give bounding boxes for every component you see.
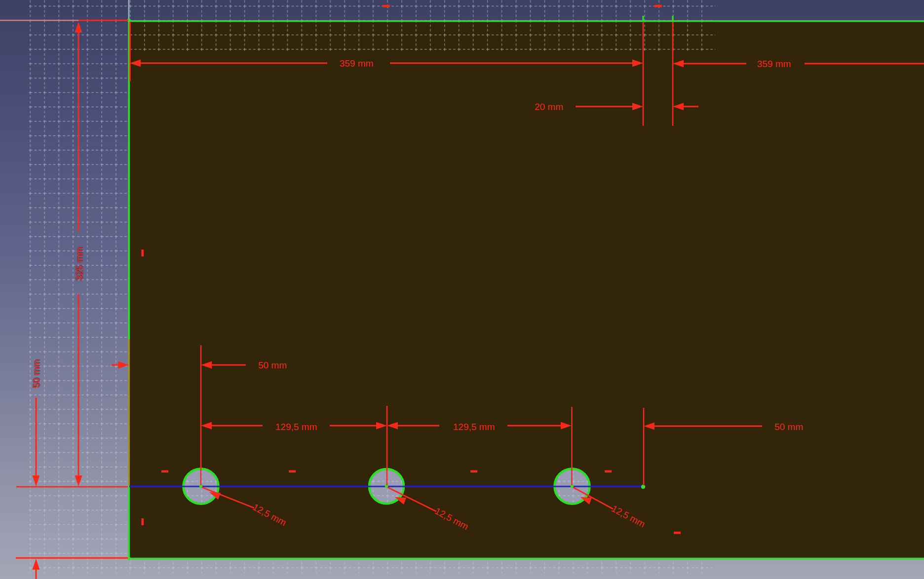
constraint-tick-icon	[289, 470, 296, 473]
dim-label-top-width-right[interactable]: 359 mm	[744, 59, 804, 70]
constraint-tick-icon	[654, 5, 662, 7]
part-face[interactable]	[129, 20, 924, 558]
dim-label-plate-height[interactable]: 325 mm	[74, 232, 85, 296]
dim-label-hole1-from-left-edge[interactable]: 50 mm	[248, 360, 297, 371]
constraint-tick-icon	[142, 518, 144, 525]
constraint-tick-icon	[605, 470, 612, 473]
dim-label-holes-bottom-offset[interactable]: 50 mm	[31, 347, 42, 401]
dim-label-hole-spacing-2[interactable]: 129,5 mm	[439, 422, 508, 433]
sketch-scene	[0, 0, 924, 579]
constraint-tick-icon	[383, 5, 390, 7]
constraint-tick-icon	[142, 250, 144, 256]
constraint-tick-icon	[674, 532, 681, 534]
dim-label-top-width-left[interactable]: 359 mm	[327, 58, 386, 69]
constraint-tick-icon	[470, 470, 477, 473]
dim-label-slot-gap[interactable]: 20 mm	[524, 102, 574, 112]
vertex-line-end[interactable]	[641, 485, 645, 489]
sketch-grid-over-face	[129, 20, 715, 51]
constraint-tick-icon	[161, 470, 168, 473]
dim-label-line-end-offset[interactable]: 50 mm	[764, 422, 813, 433]
dim-label-hole-spacing-1[interactable]: 129,5 mm	[262, 422, 331, 433]
cad-3d-viewport[interactable]: 359 mm 359 mm 20 mm 325 mm 50 mm 50 mm 1…	[0, 0, 924, 579]
